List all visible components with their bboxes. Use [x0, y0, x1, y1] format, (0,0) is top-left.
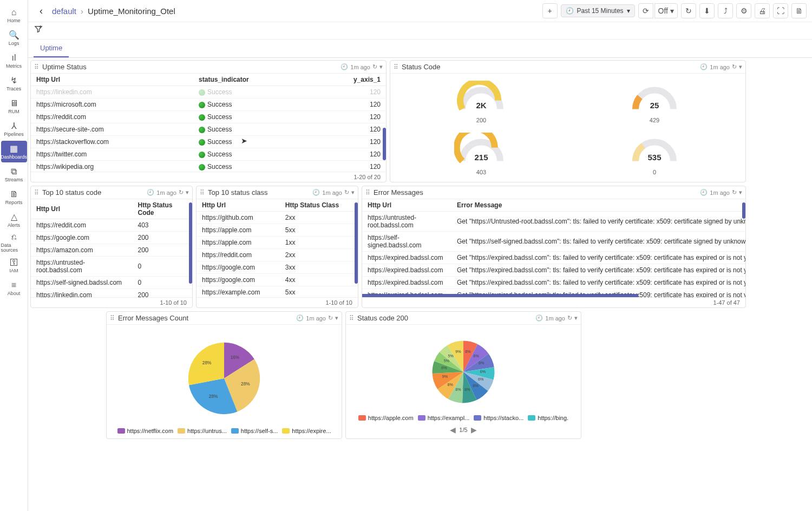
panel-menu-icon[interactable]: ▾: [351, 189, 355, 196]
scrollbar-thumb-horizontal[interactable]: [362, 294, 638, 297]
sidebar-item-pipelines[interactable]: ⅄Pipelines: [1, 118, 27, 140]
drag-handle-icon[interactable]: ⠿: [365, 189, 370, 196]
scrollbar-thumb[interactable]: [742, 202, 745, 219]
tab-uptime[interactable]: Uptime: [34, 40, 69, 57]
sidebar-item-traces[interactable]: ↯Traces: [1, 73, 27, 94]
table-row[interactable]: https://github.com2xx: [197, 212, 358, 224]
sidebar-item-home[interactable]: ⌂Home: [1, 4, 27, 26]
refresh-button[interactable]: ⟳: [638, 3, 653, 18]
col-code[interactable]: Http Status Code: [133, 199, 193, 219]
col-url[interactable]: Http Url: [197, 199, 280, 212]
table-row[interactable]: https://twitter.comSuccess120: [31, 148, 386, 161]
table-row[interactable]: https://google.com4xx: [197, 274, 358, 286]
drag-handle-icon[interactable]: ⠿: [34, 63, 39, 71]
legend-item[interactable]: https://bing.: [528, 415, 568, 421]
legend-item[interactable]: https://netflix.com: [117, 428, 174, 434]
print-button[interactable]: 🖨: [755, 3, 770, 18]
table-row[interactable]: https://stackoverflow.comSuccess120: [31, 136, 386, 148]
scrollbar-thumb[interactable]: [189, 202, 192, 284]
col-url[interactable]: Http Url: [31, 74, 193, 86]
drag-handle-icon[interactable]: ⠿: [110, 315, 115, 322]
table-row[interactable]: https://expired.badssl.comGet "https://e…: [362, 277, 745, 289]
panel-menu-icon[interactable]: ▾: [379, 63, 383, 70]
settings-button[interactable]: ⚙: [736, 3, 751, 18]
drag-handle-icon[interactable]: ⠿: [200, 189, 205, 196]
breadcrumb-root[interactable]: default: [52, 6, 76, 16]
col-url[interactable]: Http Url: [362, 199, 451, 212]
add-button[interactable]: +: [542, 3, 558, 18]
drag-handle-icon[interactable]: ⠿: [349, 315, 354, 322]
col-url[interactable]: Http Url: [31, 199, 133, 219]
sidebar-item-metrics[interactable]: ılMetrics: [1, 50, 27, 71]
json-button[interactable]: 🗎: [791, 3, 807, 18]
col-y[interactable]: y_axis_1: [312, 74, 386, 86]
refresh-interval[interactable]: Off ▾: [654, 3, 678, 18]
panel-menu-icon[interactable]: ▾: [739, 63, 742, 70]
table-row[interactable]: https://untrusted-root.badssl.comGet "ht…: [362, 212, 745, 232]
sidebar-item-reports[interactable]: 🗎Reports: [1, 186, 27, 208]
time-range-picker[interactable]: 🕘 Past 15 Minutes ▾: [561, 4, 635, 17]
table-row[interactable]: https://self-signed.badssl.com0: [31, 277, 192, 289]
table-row[interactable]: https://self-signed.badssl.comGet "https…: [362, 232, 745, 252]
panel-menu-icon[interactable]: ▾: [574, 315, 578, 322]
sidebar-item-streams[interactable]: ⧉Streams: [1, 163, 27, 185]
table-row[interactable]: https://expired.badssl.comGet "https://e…: [362, 264, 745, 277]
sidebar-item-rum[interactable]: 🖥RUM: [1, 95, 27, 117]
table-row[interactable]: https://secure-site-.comSuccess120: [31, 123, 386, 136]
legend-item[interactable]: https://apple.com: [358, 415, 414, 421]
panel-refresh-icon[interactable]: ↻: [732, 189, 737, 196]
panel-refresh-icon[interactable]: ↻: [344, 189, 349, 196]
table-row[interactable]: https://google.com200: [31, 232, 192, 244]
table-row[interactable]: https://wikipedia.orgSuccess120: [31, 161, 386, 172]
panel-menu-icon[interactable]: ▾: [335, 315, 338, 322]
table-row[interactable]: https://microsoft.comSuccess120: [31, 99, 386, 111]
legend-item[interactable]: https://self-s...: [231, 428, 278, 434]
sidebar-item-logs[interactable]: 🔍Logs: [1, 27, 27, 49]
share-button[interactable]: ⤴: [718, 3, 733, 18]
table-row[interactable]: https://expired.badssl.comGet "https://e…: [362, 252, 745, 264]
legend-item[interactable]: https://exampl...: [418, 415, 470, 421]
sidebar-item-dashboards[interactable]: ▦Dashboards: [1, 141, 27, 162]
table-row[interactable]: https://example.com5xx: [197, 286, 358, 298]
panel-refresh-icon[interactable]: ↻: [372, 63, 377, 70]
table-row[interactable]: https://apple.com1xx: [197, 237, 358, 249]
scrollbar-thumb[interactable]: [355, 202, 358, 284]
col-msg[interactable]: Error Message: [451, 199, 745, 212]
pager-prev[interactable]: ◀: [450, 425, 456, 434]
pager-next[interactable]: ▶: [471, 425, 477, 434]
table-row[interactable]: https://google.com3xx: [197, 261, 358, 274]
table-row[interactable]: https://amazon.com200: [31, 244, 192, 257]
table-row[interactable]: https://linkedin.comSuccess120: [31, 86, 386, 99]
fullscreen-button[interactable]: ⛶: [773, 3, 788, 18]
sidebar-item-iam[interactable]: ⚿IAM: [1, 254, 27, 276]
sidebar-item-data-sources[interactable]: ⎌Data sources: [1, 232, 27, 253]
table-row[interactable]: https://reddit.comSuccess120: [31, 111, 386, 123]
drag-handle-icon[interactable]: ⠿: [34, 189, 39, 196]
reload-button[interactable]: ↻: [681, 3, 696, 18]
col-status[interactable]: status_indicator: [193, 74, 312, 86]
panel-refresh-icon[interactable]: ↻: [567, 315, 572, 322]
svg-text:2K: 2K: [476, 100, 486, 109]
panel-menu-icon[interactable]: ▾: [739, 189, 742, 196]
table-row[interactable]: https://apple.com5xx: [197, 224, 358, 237]
col-class[interactable]: Http Status Class: [280, 199, 358, 212]
legend-item[interactable]: https://expire...: [282, 428, 331, 434]
table-row[interactable]: https://reddit.com403: [31, 219, 192, 232]
panel-refresh-icon[interactable]: ↻: [732, 63, 737, 70]
sidebar-item-about[interactable]: ≡About: [1, 277, 27, 299]
main: ‹ default › Uptime_Monitoring_Otel + 🕘 P…: [28, 0, 812, 511]
download-button[interactable]: ⬇: [699, 3, 715, 18]
panel-refresh-icon[interactable]: ↻: [328, 315, 333, 322]
table-row[interactable]: https://reddit.com2xx: [197, 249, 358, 261]
panel-menu-icon[interactable]: ▾: [186, 189, 189, 196]
table-row[interactable]: https://untrusted-root.badssl.com0: [31, 257, 192, 277]
table-row[interactable]: https://linkedin.com200: [31, 289, 192, 298]
legend-item[interactable]: https://untrus...: [178, 428, 227, 434]
panel-refresh-icon[interactable]: ↻: [179, 189, 184, 196]
back-button[interactable]: ‹: [34, 3, 49, 18]
drag-handle-icon[interactable]: ⠿: [394, 63, 398, 71]
add-filter-icon[interactable]: [34, 25, 43, 36]
sidebar-item-alerts[interactable]: △Alerts: [1, 209, 27, 231]
scrollbar-thumb[interactable]: [383, 128, 386, 160]
legend-item[interactable]: https://stacko...: [474, 415, 523, 421]
